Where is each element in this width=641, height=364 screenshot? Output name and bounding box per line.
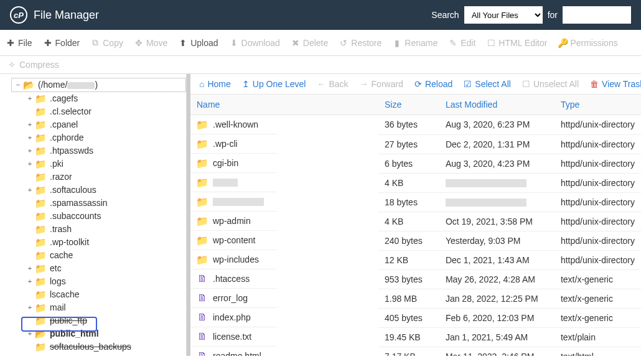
search-input[interactable] [563,6,631,24]
table-row[interactable]: 📁wp-content240 bytesYesterday, 9:03 PMht… [190,231,641,250]
edit-button[interactable]: ✎Edit [449,38,475,48]
expand-icon[interactable]: + [26,301,34,314]
collapse-icon[interactable]: − [14,78,22,91]
tree-root-node[interactable]: −📂(/home/) [11,78,186,92]
expand-icon[interactable]: + [26,131,34,144]
plus-icon: ✚ [6,38,15,48]
file-name: wp-includes [213,254,259,264]
tree-item-cphorde[interactable]: +📁.cphorde [24,131,186,144]
file-listing[interactable]: Name Size Last Modified Type 📁.well-know… [190,95,641,356]
tree-item-publichtml[interactable]: +📂public_html [24,327,186,340]
tree-item-clselector[interactable]: 📁.cl.selector [24,105,186,118]
table-row[interactable]: 🗎index.php405 bytesFeb 6, 2020, 12:03 PM… [190,308,641,327]
file-size: 7.17 KB [378,347,439,356]
tree-item-cpanel[interactable]: +📁.cpanel [24,118,186,131]
table-row[interactable]: 🗎error_log1.98 MBJan 28, 2022, 12:25 PMt… [190,289,641,308]
folder-button[interactable]: ✚Folder [44,38,80,48]
tree-item-cagefs[interactable]: +📁.cagefs [24,92,186,105]
folder-icon: 📁 [35,170,47,184]
forward-button[interactable]: →Forward [360,79,403,89]
table-row[interactable]: 📁18 byteshttpd/unix-directory [190,192,641,212]
tree-item-lscache[interactable]: 📁lscache [24,288,186,301]
home-icon: ⌂ [199,79,204,89]
table-row[interactable]: 📁wp-admin4 KBOct 19, 2021, 3:58 PMhttpd/… [190,212,641,231]
rename-button[interactable]: ▮Rename [393,38,437,48]
file-type: httpd/unix-directory [554,115,641,135]
html-editor-button[interactable]: ☐HTML Editor [487,38,547,48]
restore-button[interactable]: ↺Restore [339,38,381,48]
tree-item-etc[interactable]: +📁etc [24,262,186,275]
tree-item-wptoolkit[interactable]: 📁.wp-toolkit [24,236,186,249]
reload-button[interactable]: ⟳Reload [414,79,452,89]
upload-button[interactable]: ⬆Upload [179,38,218,48]
expand-icon[interactable]: + [26,184,34,197]
copy-button[interactable]: ⧉Copy [91,37,123,48]
tree-item-label: .htpasswds [50,144,93,157]
home-button[interactable]: ⌂Home [199,79,231,89]
tree-item-spamassassin[interactable]: 📁.spamassassin [24,197,186,210]
tree-item-subaccounts[interactable]: 📁.subaccounts [24,210,186,223]
expand-icon[interactable]: + [26,275,34,288]
view-trash-button[interactable]: 🗑View Trash [590,79,641,89]
tree-item-pki[interactable]: +📁.pki [24,157,186,170]
folder-icon: 📁 [197,177,208,188]
tree-item-publicftp[interactable]: 📁public_ftp [24,314,186,327]
tree-item-softaculous[interactable]: +📁.softaculous [24,184,186,197]
delete-button[interactable]: ✖Delete [291,38,328,48]
tree-item-label: .cl.selector [50,105,91,118]
expand-icon[interactable]: + [26,118,34,131]
folder-icon: 📁 [35,288,47,301]
table-row[interactable]: 🗎license.txt19.45 KBJan 1, 2021, 5:49 AM… [190,327,641,347]
tree-item-label: .pki [50,157,63,170]
expand-icon[interactable]: + [26,144,34,157]
permissions-button[interactable]: 🔑Permissions [558,38,617,48]
tree-root-label: (/home/) [38,78,98,91]
file-type: text/x-generic [554,308,641,327]
back-button[interactable]: ←Back [317,79,348,89]
tree-item-softaculousbackups[interactable]: 📁softaculous_backups [24,340,186,353]
expand-icon[interactable]: + [26,92,34,105]
download-button[interactable]: ⬇Download [230,38,280,48]
col-name[interactable]: Name [190,95,378,115]
expand-icon[interactable]: + [26,353,34,356]
expand-icon[interactable]: + [26,262,34,275]
file-size: 953 bytes [378,269,439,289]
tree-item-trash[interactable]: 📁.trash [24,223,186,236]
file-modified: Jan 28, 2022, 12:25 PM [439,289,554,308]
file-button[interactable]: ✚File [6,38,32,48]
folder-icon: 📁 [197,235,208,246]
up-one-level-button[interactable]: ↥Up One Level [242,79,306,89]
folder-tree-sidebar[interactable]: −📂(/home/)+📁.cagefs📁.cl.selector+📁.cpane… [0,74,187,356]
tree-item-htpasswds[interactable]: +📁.htpasswds [24,144,186,157]
search-scope-select[interactable]: All Your Files [464,6,543,24]
table-row[interactable]: 🗎readme.html7.17 KBMar 11, 2022, 2:46 PM… [190,347,641,356]
file-size: 12 KB [378,250,439,269]
table-row[interactable]: 📁4 KBhttpd/unix-directory [190,173,641,192]
unselect-all-button[interactable]: ☐Unselect All [522,79,579,89]
expand-icon[interactable]: + [26,157,34,170]
tree-item-logs[interactable]: +📁logs [24,275,186,288]
table-row[interactable]: 📁.wp-cli27 bytesDec 2, 2020, 1:31 PMhttp… [190,134,641,154]
folder-icon: 📁 [35,249,47,262]
expand-icon[interactable]: + [26,327,34,340]
tree-item-mail[interactable]: +📁mail [24,301,186,314]
table-row[interactable]: 🗎.htaccess953 bytesMay 26, 2022, 4:28 AM… [190,269,641,289]
file-name: .well-known [213,119,258,129]
file-modified: Yesterday, 9:03 PM [439,231,554,250]
col-modified[interactable]: Last Modified [439,95,554,115]
tree-item-razor[interactable]: 📁.razor [24,170,186,184]
file-icon: 🗎 [197,312,208,323]
col-size[interactable]: Size [378,95,439,115]
move-button[interactable]: ✥Move [134,38,167,48]
tree-item-cache[interactable]: 📁cache [24,249,186,262]
col-type[interactable]: Type [554,95,641,115]
select-all-button[interactable]: ☑Select All [464,79,511,89]
tree-item-ssl[interactable]: +📁ssl [24,353,186,356]
tree-item-label: .razor [50,170,72,184]
file-type: httpd/unix-directory [554,212,641,231]
table-row[interactable]: 📁cgi-bin6 bytesAug 3, 2020, 4:23 PMhttpd… [190,154,641,173]
table-row[interactable]: 📁.well-known36 bytesAug 3, 2020, 6:23 PM… [190,115,641,135]
compress-button[interactable]: ✧Compress [7,60,59,70]
tree-item-label: public_html [50,327,99,340]
table-row[interactable]: 📁wp-includes12 KBDec 1, 2021, 1:43 AMhtt… [190,250,641,269]
